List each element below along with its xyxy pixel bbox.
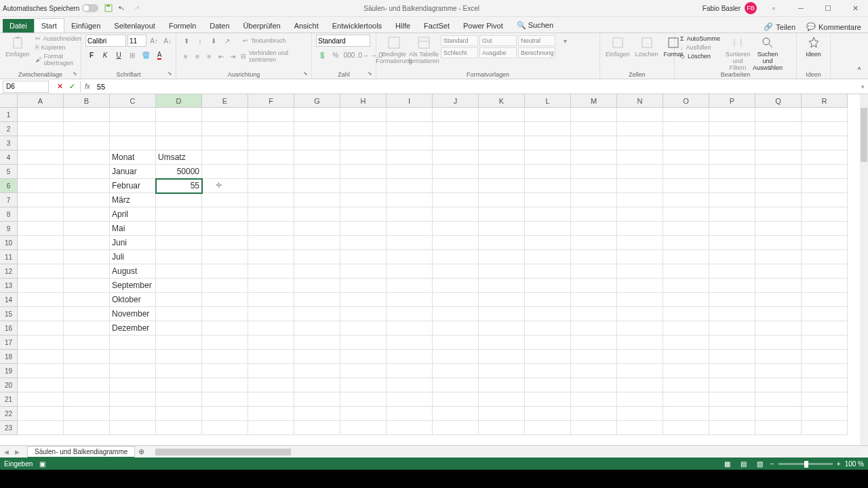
cell-B9[interactable] [64, 222, 110, 236]
currency-icon[interactable]: 💲 [316, 49, 328, 61]
row-header-4[interactable]: 4 [0, 150, 18, 165]
cell-L13[interactable] [525, 279, 571, 293]
cell-C7[interactable]: März [110, 193, 156, 207]
search-box[interactable]: 🔍 Suchen [510, 18, 560, 33]
cell-D9[interactable] [156, 222, 202, 236]
col-header-N[interactable]: N [617, 94, 663, 108]
style-neutral[interactable]: Neutral [518, 35, 555, 46]
cell-B5[interactable] [64, 165, 110, 179]
cell-G19[interactable] [294, 364, 340, 378]
cell-R7[interactable] [802, 193, 848, 207]
cell-I8[interactable] [387, 207, 433, 222]
cell-Q10[interactable] [755, 236, 802, 250]
cell-M17[interactable] [571, 336, 617, 350]
fx-icon[interactable]: fx [81, 83, 94, 90]
cell-R1[interactable] [802, 108, 848, 122]
cell-M13[interactable] [571, 279, 617, 293]
cell-A8[interactable] [18, 207, 64, 222]
cell-R22[interactable] [802, 407, 848, 421]
align-launcher[interactable]: ⬊ [303, 70, 310, 77]
cell-Q20[interactable] [755, 378, 802, 392]
cell-F21[interactable] [248, 392, 294, 407]
cell-P12[interactable] [709, 264, 755, 279]
undo-icon[interactable] [117, 3, 127, 13]
cell-R20[interactable] [802, 378, 848, 392]
cell-A1[interactable] [18, 108, 64, 122]
cell-H14[interactable] [340, 293, 387, 307]
cell-D22[interactable] [156, 407, 202, 421]
cell-E16[interactable] [202, 321, 248, 336]
cell-C22[interactable] [110, 407, 156, 421]
cell-E18[interactable] [202, 350, 248, 364]
cell-L23[interactable] [525, 421, 571, 435]
cell-G11[interactable] [294, 250, 340, 264]
grow-font-icon[interactable]: A↑ [148, 35, 160, 47]
cell-F14[interactable] [248, 293, 294, 307]
cell-J7[interactable] [433, 193, 479, 207]
cell-P13[interactable] [709, 279, 755, 293]
delete-cells-button[interactable]: Löschen [634, 35, 660, 59]
col-header-B[interactable]: B [64, 94, 110, 108]
cell-Q4[interactable] [755, 150, 802, 165]
cell-H11[interactable] [340, 250, 387, 264]
cell-J16[interactable] [433, 321, 479, 336]
cell-I10[interactable] [387, 236, 433, 250]
cell-B18[interactable] [64, 350, 110, 364]
cell-B23[interactable] [64, 421, 110, 435]
cell-A15[interactable] [18, 307, 64, 321]
cell-H7[interactable] [340, 193, 387, 207]
name-box[interactable] [3, 81, 49, 93]
horizontal-scrollbar[interactable] [155, 448, 860, 456]
cell-K11[interactable] [479, 250, 525, 264]
cell-G7[interactable] [294, 193, 340, 207]
font-launcher[interactable]: ⬊ [167, 70, 174, 77]
cell-M21[interactable] [571, 392, 617, 407]
cell-A12[interactable] [18, 264, 64, 279]
cell-D2[interactable] [156, 122, 202, 136]
cell-K23[interactable] [479, 421, 525, 435]
cell-K22[interactable] [479, 407, 525, 421]
zoom-in-button[interactable]: + [837, 460, 841, 468]
cell-D3[interactable] [156, 136, 202, 150]
cell-A17[interactable] [18, 336, 64, 350]
col-header-I[interactable]: I [387, 94, 433, 108]
cell-G20[interactable] [294, 378, 340, 392]
cell-R16[interactable] [802, 321, 848, 336]
cell-F10[interactable] [248, 236, 294, 250]
cell-R23[interactable] [802, 421, 848, 435]
vertical-scrollbar[interactable] [860, 94, 868, 445]
cell-I21[interactable] [387, 392, 433, 407]
tab-layout[interactable]: Seitenlayout [107, 19, 162, 33]
row-header-11[interactable]: 11 [0, 250, 18, 264]
style-output[interactable]: Ausgabe [479, 47, 517, 58]
cell-Q21[interactable] [755, 392, 802, 407]
copy-button[interactable]: ⎘ Kopieren [34, 43, 83, 52]
minimize-button[interactable]: ─ [791, 1, 811, 15]
cell-J2[interactable] [433, 122, 479, 136]
row-header-22[interactable]: 22 [0, 407, 18, 421]
cell-K21[interactable] [479, 392, 525, 407]
cell-N12[interactable] [617, 264, 663, 279]
cell-F15[interactable] [248, 307, 294, 321]
cell-N16[interactable] [617, 321, 663, 336]
cell-N1[interactable] [617, 108, 663, 122]
cell-B1[interactable] [64, 108, 110, 122]
cell-R15[interactable] [802, 307, 848, 321]
cell-M15[interactable] [571, 307, 617, 321]
style-good[interactable]: Gut [479, 35, 517, 46]
cell-C1[interactable] [110, 108, 156, 122]
cell-G12[interactable] [294, 264, 340, 279]
clear-button[interactable]: ◇ Löschen [679, 52, 722, 60]
cell-E15[interactable] [202, 307, 248, 321]
cell-M8[interactable] [571, 207, 617, 222]
fill-color-button[interactable]: 🪣 [140, 49, 152, 61]
cell-E12[interactable] [202, 264, 248, 279]
cell-F3[interactable] [248, 136, 294, 150]
cell-L18[interactable] [525, 350, 571, 364]
cell-A19[interactable] [18, 364, 64, 378]
cell-R8[interactable] [802, 207, 848, 222]
cell-M3[interactable] [571, 136, 617, 150]
cell-O11[interactable] [663, 250, 709, 264]
cell-H16[interactable] [340, 321, 387, 336]
align-bottom-icon[interactable]: ⬇ [208, 35, 220, 47]
